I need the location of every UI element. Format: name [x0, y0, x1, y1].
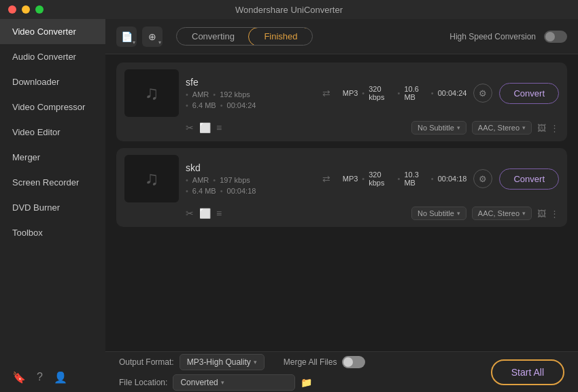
music-icon: ♫ — [145, 82, 159, 104]
convert-button-1[interactable]: Convert — [499, 168, 559, 190]
topbar: 📄 ⊕ Converting Finished High Speed Conve… — [105, 19, 578, 54]
crop-icon-1[interactable]: ⬜ — [199, 208, 211, 219]
audio-label-1: AAC, Stereo — [478, 209, 520, 217]
image-icon-0[interactable]: 🖼 — [537, 123, 546, 133]
main-content: 📄 ⊕ Converting Finished High Speed Conve… — [105, 19, 578, 392]
arrow-right-icon: ⇄ — [322, 88, 330, 99]
minimize-button[interactable] — [22, 5, 30, 14]
app-body: Video Converter Audio Converter Download… — [0, 19, 578, 392]
bottom-right: Start All — [491, 359, 564, 385]
sidebar-item-toolbox[interactable]: Toolbox — [0, 220, 105, 245]
src-bitrate-1: 197 kbps — [220, 176, 250, 184]
out-format-1: MP3 — [343, 175, 358, 183]
output-info-1: MP3 • 320 kbps • 10.3 MB • 00:04:18 — [343, 171, 467, 187]
file-card-bottom-0: ✂ ⬜ ≡ No Subtitle ▾ AAC, Stereo ▾ 🖼 ⋮ — [124, 121, 559, 135]
more-icon-1[interactable]: ⋮ — [550, 209, 559, 219]
out-format-0: MP3 — [343, 89, 358, 97]
convert-arrow-0: ⇄ — [317, 88, 336, 99]
file-name-0: sfe — [186, 77, 310, 88]
folder-icon[interactable]: 📁 — [301, 377, 312, 388]
add-more-button[interactable]: ⊕ — [142, 26, 163, 47]
file-card-0: ♫ sfe • AMR • 192 kbps • 6.4 MB — [116, 63, 567, 141]
topbar-icons: 📄 ⊕ — [116, 26, 163, 47]
settings-button-0[interactable]: ⚙ — [473, 84, 492, 103]
close-button[interactable] — [8, 5, 16, 14]
app-title: Wondershare UniConverter — [49, 5, 529, 15]
settings-button-1[interactable]: ⚙ — [473, 169, 492, 188]
audio-caret-0: ▾ — [522, 124, 526, 131]
file-meta-src-0: • AMR • 192 kbps — [186, 90, 310, 99]
file-location-caret: ▾ — [221, 379, 224, 386]
sidebar-item-downloader[interactable]: Downloader — [0, 69, 105, 94]
file-info-1: skd • AMR • 197 kbps • 6.4 MB • 00:04:18 — [186, 162, 310, 195]
out-bitrate-0: 320 kbps — [369, 85, 393, 101]
tab-finished[interactable]: Finished — [248, 27, 313, 46]
cut-icon-1[interactable]: ✂ — [186, 208, 194, 219]
subtitle-label-1: No Subtitle — [418, 209, 454, 217]
sidebar-item-video-compressor[interactable]: Video Compressor — [0, 94, 105, 120]
out-bitrate-1: 320 kbps — [369, 171, 393, 187]
file-thumbnail-1: ♫ — [124, 155, 179, 202]
tab-group: Converting Finished — [176, 27, 313, 46]
subtitle-select-0[interactable]: No Subtitle ▾ — [411, 121, 466, 135]
src-format-1: AMR — [192, 176, 209, 184]
add-file-icon: 📄 — [121, 31, 133, 42]
sidebar-item-video-editor[interactable]: Video Editor — [0, 120, 105, 145]
subtitle-select-1[interactable]: No Subtitle ▾ — [411, 207, 466, 220]
sidebar: Video Converter Audio Converter Download… — [0, 19, 105, 392]
maximize-button[interactable] — [35, 5, 44, 14]
subtitle-label-0: No Subtitle — [418, 124, 454, 132]
file-info-0: sfe • AMR • 192 kbps • 6.4 MB • 00:04:24 — [186, 77, 310, 109]
output-format-select[interactable]: MP3-High Quality ▾ — [180, 354, 265, 370]
file-location-label: File Location: — [119, 378, 167, 387]
image-icon-1[interactable]: 🖼 — [537, 209, 546, 219]
sidebar-item-video-converter[interactable]: Video Converter — [0, 19, 105, 44]
bottom-fields: Output Format: MP3-High Quality ▾ Merge … — [119, 354, 365, 391]
file-location-select[interactable]: Converted ▾ — [173, 374, 295, 391]
titlebar: Wondershare UniConverter — [0, 0, 578, 19]
sidebar-item-merger[interactable]: Merger — [0, 145, 105, 170]
subtitle-caret-0: ▾ — [457, 124, 460, 131]
audio-select-0[interactable]: AAC, Stereo ▾ — [472, 121, 532, 135]
output-info-0: MP3 • 320 kbps • 10.6 MB • 00:04:24 — [343, 85, 467, 101]
high-speed-toggle[interactable] — [544, 31, 567, 43]
src-size-0: 6.4 MB — [192, 101, 216, 109]
output-format-field: Output Format: MP3-High Quality ▾ Merge … — [119, 354, 365, 370]
start-all-button[interactable]: Start All — [491, 359, 564, 385]
subtitle-caret-1: ▾ — [457, 210, 460, 217]
help-icon[interactable]: ? — [37, 371, 43, 384]
bottombar: Output Format: MP3-High Quality ▾ Merge … — [105, 351, 578, 392]
merge-toggle[interactable] — [342, 356, 365, 368]
cut-icon-0[interactable]: ✂ — [186, 122, 194, 133]
effects-icon-1[interactable]: ≡ — [216, 208, 222, 219]
output-format-value: MP3-High Quality — [187, 357, 251, 367]
src-size-1: 6.4 MB — [192, 187, 216, 195]
arrow-right-icon-1: ⇄ — [322, 173, 330, 184]
src-duration-1: 00:04:18 — [227, 187, 256, 195]
card-extra-icons-0: 🖼 ⋮ — [537, 123, 559, 133]
account-icon[interactable]: 👤 — [54, 371, 67, 384]
file-card-1: ♫ skd • AMR • 197 kbps • 6.4 MB — [116, 148, 567, 227]
src-bitrate-0: 192 kbps — [220, 90, 250, 99]
merge-label: Merge All Files — [284, 357, 337, 367]
tab-converting[interactable]: Converting — [177, 28, 250, 45]
convert-button-0[interactable]: Convert — [499, 83, 559, 104]
sidebar-bottom: 🔖 ? 👤 — [0, 363, 105, 392]
out-duration-1: 00:04:18 — [438, 175, 467, 183]
effects-icon-0[interactable]: ≡ — [216, 122, 222, 133]
convert-arrow-1: ⇄ — [317, 173, 336, 184]
audio-caret-1: ▾ — [522, 210, 526, 217]
bookmarks-icon[interactable]: 🔖 — [12, 371, 26, 384]
audio-select-1[interactable]: AAC, Stereo ▾ — [472, 207, 532, 220]
sidebar-item-dvd-burner[interactable]: DVD Burner — [0, 195, 105, 220]
file-thumbnail-0: ♫ — [124, 69, 179, 117]
crop-icon-0[interactable]: ⬜ — [199, 122, 211, 133]
file-name-1: skd — [186, 162, 310, 173]
add-file-button[interactable]: 📄 — [116, 26, 137, 47]
file-location-field: File Location: Converted ▾ 📁 — [119, 374, 365, 391]
sidebar-item-audio-converter[interactable]: Audio Converter — [0, 44, 105, 69]
output-format-caret: ▾ — [254, 359, 257, 366]
sidebar-item-screen-recorder[interactable]: Screen Recorder — [0, 170, 105, 195]
src-duration-0: 00:04:24 — [227, 101, 256, 109]
more-icon-0[interactable]: ⋮ — [550, 123, 559, 133]
